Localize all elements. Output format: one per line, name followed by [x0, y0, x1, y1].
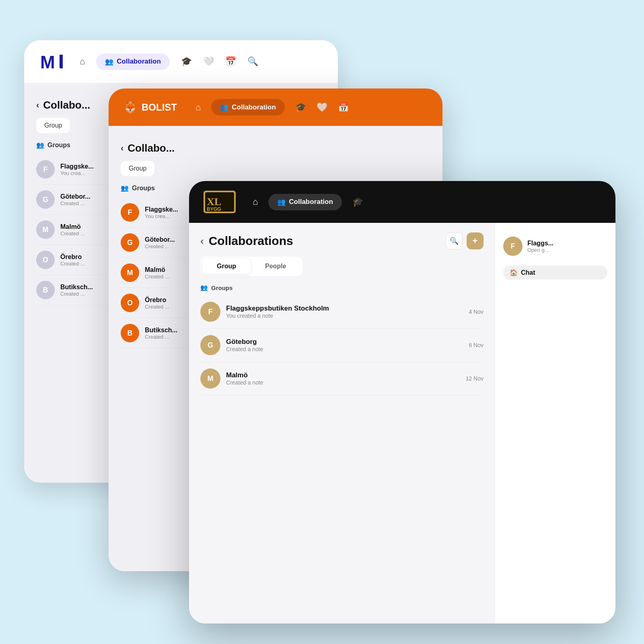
mg-back-arrow[interactable]: ‹	[36, 100, 39, 111]
xl-back-arrow[interactable]: ‹	[200, 235, 204, 247]
avatar: O	[36, 251, 55, 269]
group-name: Malmö	[145, 266, 169, 274]
bolist-collaboration-nav[interactable]: 👥 Collaboration	[211, 99, 285, 115]
right-panel-item[interactable]: F Flaggs... Open g...	[503, 231, 607, 261]
mg-calendar-icon[interactable]: 📅	[225, 56, 236, 67]
group-info: Göteborg Created a note	[226, 338, 463, 352]
xl-title-row: ‹ Collaborations	[200, 234, 293, 248]
group-info: Malmö Created a note	[226, 371, 460, 386]
avatar: G	[121, 233, 139, 252]
group-info: Flaggske... You crea...	[60, 163, 94, 176]
chat-badge[interactable]: 🏠 Chat	[503, 265, 607, 280]
xl-add-button[interactable]: +	[467, 232, 484, 249]
bolist-page-title: Collabo...	[128, 142, 175, 154]
mg-people-icon: 👥	[105, 58, 113, 66]
group-name: Örebro	[145, 296, 169, 304]
group-sub: Created ...	[60, 291, 93, 297]
xl-groups-icon: 👥	[200, 284, 208, 291]
xl-page-title: Collaborations	[209, 234, 293, 248]
mg-home-icon[interactable]: ⌂	[80, 56, 85, 67]
avatar: F	[36, 160, 55, 179]
group-info: Flaggskeppsbutiken Stockholm You created…	[226, 305, 463, 319]
list-item[interactable]: F Flaggskeppsbutiken Stockholm You creat…	[200, 295, 484, 329]
xl-search-button[interactable]: 🔍	[446, 232, 463, 249]
bolist-back-arrow[interactable]: ‹	[121, 143, 123, 154]
group-sub: You created a note	[226, 313, 463, 319]
tab-people[interactable]: People	[251, 259, 300, 274]
group-sub: Created ...	[145, 243, 175, 249]
avatar: G	[36, 190, 55, 209]
xl-home-icon[interactable]: ⌂	[253, 197, 258, 207]
group-sub: Created ...	[60, 230, 85, 237]
mg-tab-group[interactable]: Group	[36, 118, 70, 133]
avatar: M	[200, 368, 220, 389]
group-name: Flaggske...	[145, 206, 178, 213]
avatar: B	[36, 281, 55, 299]
group-date: 4 Nov	[469, 309, 484, 315]
xl-right-panel: F Flaggs... Open g... 🏠 Chat	[495, 223, 615, 623]
group-date: 12 Nov	[466, 375, 484, 382]
bolist-logo: 🦊 BOLIST	[123, 100, 177, 115]
group-name: Götebor...	[60, 193, 91, 200]
group-info: Butiksch... Created ...	[60, 284, 93, 297]
group-info: Götebor... Created ...	[145, 236, 175, 249]
mg-nav-label: Collaboration	[117, 58, 161, 66]
mg-groups-icon: 👥	[36, 141, 44, 149]
xl-nav-label: Collaboration	[289, 198, 333, 206]
bolist-nav-label: Collaboration	[232, 103, 276, 111]
mg-health-icon[interactable]: 🤍	[203, 56, 214, 67]
avatar: F	[200, 302, 220, 322]
bolist-calendar-icon[interactable]: 📅	[338, 102, 349, 113]
mg-nav-bar: M ⌂ 👥 Collaboration 🎓 🤍 📅 🔍	[24, 40, 338, 83]
mg-page-title: Collabo...	[43, 99, 90, 111]
right-item-name: Flaggs...	[527, 240, 553, 247]
group-sub: Created ...	[145, 274, 169, 280]
list-item[interactable]: G Göteborg Created a note 6 Nov	[200, 329, 484, 362]
bolist-home-icon[interactable]: ⌂	[195, 102, 201, 113]
tab-group[interactable]: Group	[202, 259, 251, 274]
group-name: Flaggskeppsbutiken Stockholm	[226, 305, 463, 313]
tab-group-label: Group	[217, 263, 236, 270]
svg-text:XL: XL	[207, 196, 221, 208]
bolist-education-icon[interactable]: 🎓	[295, 102, 306, 113]
svg-text:🦊: 🦊	[125, 101, 136, 112]
group-name: Götebor...	[145, 236, 175, 243]
group-sub: Created ...	[145, 304, 169, 310]
avatar: O	[121, 294, 139, 312]
group-name: Flaggske...	[60, 163, 94, 170]
bolist-groups-icon: 👥	[121, 184, 129, 192]
mg-collaboration-nav[interactable]: 👥 Collaboration	[96, 53, 170, 70]
group-sub: Created ...	[60, 261, 85, 267]
mg-search-icon[interactable]: 🔍	[247, 56, 258, 67]
group-info: Malmö Created ...	[145, 266, 169, 280]
list-item[interactable]: M Malmö Created a note 12 Nov	[200, 362, 484, 395]
svg-rect-4	[63, 60, 67, 68]
bolist-health-icon[interactable]: 🤍	[317, 102, 327, 113]
group-name: Malmö	[226, 371, 460, 379]
bolist-tab-group[interactable]: Group	[121, 161, 154, 176]
bolist-people-icon: 👥	[220, 103, 228, 111]
xl-collaboration-nav[interactable]: 👥 Collaboration	[268, 194, 342, 210]
group-sub: Created ...	[60, 200, 91, 206]
chat-home-icon: 🏠	[510, 269, 518, 276]
bolist-logo-text: BOLIST	[142, 102, 177, 113]
right-item-info: Flaggs... Open g...	[527, 240, 553, 253]
xl-groups-label: 👥 Groups	[200, 284, 484, 291]
bolist-nav-bar: 🦊 BOLIST ⌂ 👥 Collaboration 🎓 🤍 📅	[109, 88, 442, 126]
xl-groups-text: Groups	[211, 284, 232, 291]
avatar: F	[503, 237, 523, 256]
xl-main-panel: ‹ Collaborations 🔍 + Group People 👥 Gro	[189, 223, 495, 623]
group-name: Göteborg	[226, 338, 463, 346]
svg-text:M: M	[40, 52, 55, 72]
bolist-back-header: ‹ Collabo...	[121, 134, 430, 161]
group-name: Butiksch...	[60, 284, 93, 291]
group-info: Malmö Created ...	[60, 223, 85, 237]
xl-education-icon[interactable]: 🎓	[352, 197, 363, 207]
xl-tabs-row: Group People	[200, 257, 302, 276]
bolist-tab-label: Group	[129, 165, 146, 172]
svg-text:BYGG: BYGG	[207, 206, 221, 212]
mg-education-icon[interactable]: 🎓	[181, 56, 192, 67]
xl-nav-bar: XL BYGG ⌂ 👥 Collaboration 🎓	[189, 181, 615, 223]
avatar: M	[121, 263, 139, 282]
xl-people-icon: 👥	[277, 198, 286, 206]
